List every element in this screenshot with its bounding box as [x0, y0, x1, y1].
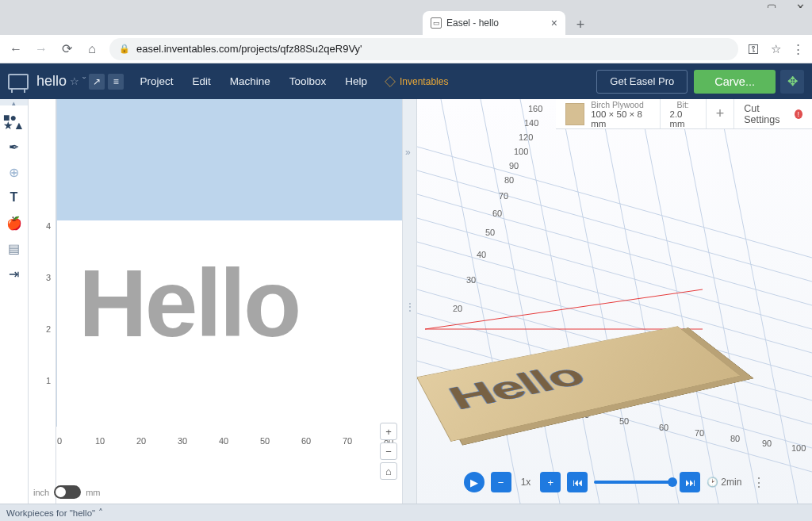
material-name: Birch Plywood	[591, 100, 649, 109]
key-icon[interactable]: ⚿	[748, 42, 760, 56]
menu-edit[interactable]: Edit	[192, 75, 210, 87]
svg-line-1	[417, 170, 812, 282]
home-button[interactable]: ⌂	[84, 42, 100, 56]
ruler-y: 4 3 2 1	[29, 99, 56, 504]
apps-tool[interactable]: 🍎	[3, 212, 25, 234]
preview-3d[interactable]: Birch Plywood 100 × 50 × 8 mm Bit: 2.0 m…	[417, 99, 812, 504]
app-bar: hello ☆ ˇ ↗ ≡ Project Edit Machine Toolb…	[0, 63, 812, 99]
chevron-up-icon[interactable]: ˄	[98, 508, 103, 519]
progress-slider[interactable]	[594, 481, 673, 484]
design-text[interactable]: Hello	[79, 248, 299, 358]
bit-value: 2.0 mm	[670, 109, 696, 128]
easel-logo-icon[interactable]	[8, 74, 29, 90]
zoom-home-button[interactable]: ⌂	[380, 462, 397, 480]
step-fwd-button[interactable]: +	[540, 472, 561, 492]
splitter-handle-icon[interactable]: »	[405, 147, 411, 158]
material-dims: 100 × 50 × 8 mm	[591, 109, 649, 128]
workspace: ▴ ■●★▲ ✒ ⊕ T 🍎 ▤ ⇥ /*placeholder to keep…	[0, 99, 812, 504]
clock-icon: 🕑	[707, 477, 718, 488]
tab-strip: ▭ Easel - hello × +	[0, 8, 812, 35]
inventables-icon	[385, 76, 396, 87]
tab-title: Easel - hello	[446, 17, 499, 29]
import-tool[interactable]: ⇥	[3, 262, 25, 285]
reload-button[interactable]: ⟳	[59, 41, 75, 56]
menu-project[interactable]: Project	[140, 75, 173, 87]
favorite-icon[interactable]: ☆	[70, 75, 79, 87]
pen-tool[interactable]: ✒	[3, 136, 25, 158]
unit-toggle[interactable]: inch mm	[33, 485, 101, 499]
tab-close-icon[interactable]: ×	[551, 17, 557, 29]
get-pro-button[interactable]: Get Easel Pro	[596, 70, 688, 94]
svg-line-14	[599, 99, 679, 504]
address-bar: ← → ⟳ ⌂ 🔒 easel.inventables.com/projects…	[0, 35, 812, 63]
drill-tool[interactable]: ⊕	[3, 161, 25, 183]
lego-tool[interactable]: ▤	[3, 237, 25, 259]
inventables-link[interactable]: Inventables	[385, 76, 448, 87]
bit-label: Bit:	[677, 100, 689, 109]
simulation-controls: ▶ − 1x + ⏮ ⏭ 🕑 2min ⋮	[417, 469, 812, 496]
menu-help[interactable]: Help	[345, 75, 367, 87]
url-text: easel.inventables.com/projects/qfz88Su2q…	[136, 43, 362, 55]
axes-button[interactable]: ✥	[780, 70, 804, 94]
dropdown-icon[interactable]: ˇ	[82, 75, 86, 87]
more-menu-icon[interactable]: ⋮	[753, 475, 765, 490]
speed-label: 1x	[521, 477, 531, 488]
tab-favicon-icon: ▭	[431, 17, 442, 29]
lock-icon: 🔒	[119, 44, 130, 54]
tool-palette: ▴ ■●★▲ ✒ ⊕ T 🍎 ▤ ⇥	[0, 99, 29, 504]
skip-end-button[interactable]: ⏭	[680, 472, 700, 492]
carve-button[interactable]: Carve...	[694, 70, 776, 94]
zoom-in-button[interactable]: +	[380, 423, 397, 440]
browser-menu-icon[interactable]: ⋮	[792, 42, 804, 56]
splitter-grip-icon[interactable]: ⋮	[405, 301, 415, 312]
browser-tab[interactable]: ▭ Easel - hello ×	[423, 11, 565, 35]
bit-selector[interactable]: Bit: 2.0 mm	[661, 99, 707, 128]
svg-line-0	[417, 147, 812, 258]
carved-text: Hello	[442, 358, 593, 418]
alert-icon: !	[795, 109, 802, 119]
text-tool[interactable]: T	[3, 186, 25, 209]
menu-machine[interactable]: Machine	[230, 75, 270, 87]
shapes-tool[interactable]: ■●★▲	[3, 110, 25, 132]
new-tab-button[interactable]: +	[570, 14, 591, 35]
svg-line-16	[679, 99, 758, 504]
material-selector[interactable]: Birch Plywood 100 × 50 × 8 mm	[556, 99, 661, 128]
pane-splitter[interactable]: » ⋮	[403, 99, 417, 504]
cut-settings-button[interactable]: Cut Settings !	[734, 99, 812, 128]
material-swatch-icon	[565, 103, 584, 125]
ruler-x: 0 10 20 30 40 50 60 70 80 90	[56, 435, 402, 450]
play-button[interactable]: ▶	[464, 472, 485, 492]
add-bit-button[interactable]: +	[707, 99, 735, 128]
svg-line-15	[639, 99, 718, 504]
back-button[interactable]: ←	[8, 42, 24, 56]
preview-info-bar: Birch Plywood 100 × 50 × 8 mm Bit: 2.0 m…	[556, 99, 812, 129]
unit-inch: inch	[33, 488, 49, 497]
zoom-out-button[interactable]: −	[380, 442, 397, 460]
workpieces-bar[interactable]: Workpieces for "hello" ˄	[0, 504, 812, 521]
bookmark-star-icon[interactable]: ☆	[771, 42, 781, 56]
time-estimate: 🕑 2min	[707, 477, 741, 488]
project-name[interactable]: hello	[36, 73, 67, 90]
url-input[interactable]: 🔒 easel.inventables.com/projects/qfz88Su…	[109, 38, 738, 60]
menu-toolbox[interactable]: Toolbox	[289, 75, 327, 87]
workpieces-label: Workpieces for "hello"	[6, 508, 95, 518]
design-canvas[interactable]: /*placeholder to keep structure readable…	[29, 99, 403, 504]
share-button[interactable]: ↗	[89, 74, 105, 90]
forward-button[interactable]: →	[33, 42, 49, 56]
toggle-switch[interactable]	[54, 485, 81, 499]
palette-collapse-icon[interactable]: ▴	[0, 99, 28, 105]
zoom-controls: + − ⌂	[380, 423, 397, 480]
main-menu: Project Edit Machine Toolbox Help	[140, 75, 367, 87]
skip-start-button[interactable]: ⏮	[567, 472, 588, 492]
list-button[interactable]: ≡	[108, 74, 124, 90]
unit-mm: mm	[86, 488, 100, 497]
step-back-button[interactable]: −	[491, 472, 511, 492]
